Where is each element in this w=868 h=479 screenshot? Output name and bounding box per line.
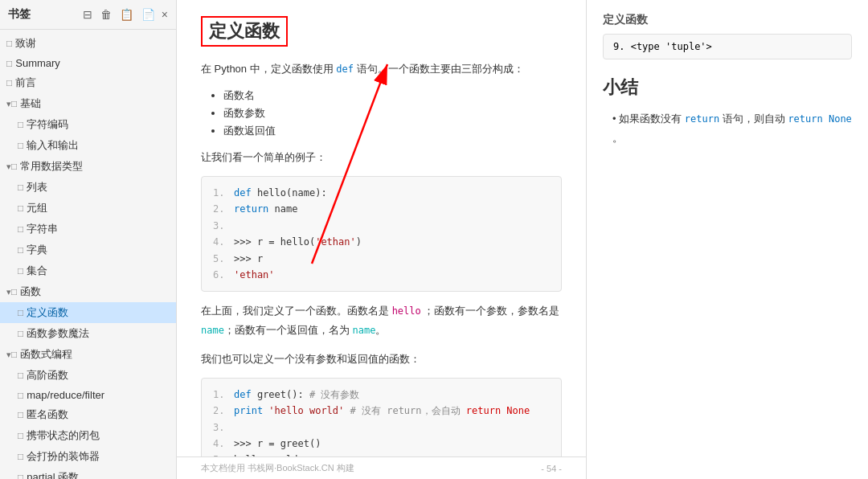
content-left: 定义函数 在 Python 中，定义函数使用 def 语句。一个函数主要由三部分… xyxy=(177,0,587,479)
sidebar-header: 书签 ⊟ 🗑 📋 📄 × xyxy=(0,0,176,30)
item-icon-liebiao: □ xyxy=(18,182,23,193)
item-icon-zifuchuan: □ xyxy=(18,223,23,235)
sidebar-item-jihe[interactable]: □ 集合 xyxy=(0,260,176,281)
item-icon-changyong: □ xyxy=(11,161,17,172)
item-icon-ninmingHanshu: □ xyxy=(18,409,23,420)
sidebar-item-label-shuru: 输入和输出 xyxy=(27,138,79,153)
sidebar-item-label-zifubianma: 字符编码 xyxy=(27,117,68,132)
sidebar-item-label-partial: partial 函数 xyxy=(27,470,79,479)
item-icon-zhixie: □ xyxy=(6,38,12,49)
right-code-line: 9. <type 'tuple'> xyxy=(613,41,712,52)
sidebar: 书签 ⊟ 🗑 📋 📄 × □ 致谢 □ Summary □ 前言▾ □ 基础 □… xyxy=(0,0,177,479)
sidebar-title: 书签 xyxy=(8,7,31,22)
summary-title: 小结 xyxy=(603,76,852,100)
sidebar-item-zidian[interactable]: □ 字典 xyxy=(0,240,176,260)
item-icon-zidian: □ xyxy=(18,244,23,256)
main-area: 定义函数 在 Python 中，定义函数使用 def 语句。一个函数主要由三部分… xyxy=(177,0,868,479)
sidebar-item-label-gaojieHanshu: 高阶函数 xyxy=(27,368,68,383)
sidebar-item-jichu[interactable]: ▾ □ 基础 xyxy=(0,93,176,114)
item-icon-hanshushiprogramming: □ xyxy=(11,349,17,360)
sidebar-item-ninmingHanshu[interactable]: □ 匿名函数 xyxy=(0,404,176,425)
sidebar-item-hanshu[interactable]: ▾ □ 函数 xyxy=(0,281,176,302)
bullet-item-3: 函数返回值 xyxy=(223,124,562,138)
sidebar-item-zifubianma[interactable]: □ 字符编码 xyxy=(0,114,176,135)
item-icon-jichu: □ xyxy=(11,98,17,109)
return-name: name xyxy=(353,325,376,336)
sidebar-item-label-liebiao: 列表 xyxy=(27,180,47,194)
sidebar-item-label-dingyihanshu: 定义函数 xyxy=(27,305,68,320)
content-right: 定义函数 9. <type 'tuple'> 小结 • 如果函数没有 retur… xyxy=(587,0,868,479)
analysis-paragraph: 在上面，我们定义了一个函数。函数名是 hello ；函数有一个参数，参数名是 n… xyxy=(201,301,562,339)
sidebar-item-summary[interactable]: □ Summary xyxy=(0,54,176,72)
sidebar-item-qianyan[interactable]: □ 前言 xyxy=(0,72,176,93)
toolbar-icon-doc[interactable]: 📄 xyxy=(140,6,157,23)
page-footer-left: 本文档使用 书栈网·BookStack.CN 构建 - 54 - xyxy=(177,456,586,479)
item-icon-qianyan: □ xyxy=(6,77,12,88)
footer-page-left: - 54 - xyxy=(541,464,562,473)
sidebar-item-partial[interactable]: □ partial 函数 xyxy=(0,467,176,479)
sidebar-item-liebiao[interactable]: □ 列表 xyxy=(0,177,176,198)
right-panel-header-title: 定义函数 xyxy=(603,13,852,27)
item-icon-partial: □ xyxy=(18,472,23,479)
sidebar-item-label-hanshushiprogramming: 函数式编程 xyxy=(20,347,72,362)
sidebar-item-zhixie[interactable]: □ 致谢 xyxy=(0,33,176,54)
sidebar-item-mapreducefilter[interactable]: □ map/reduce/filter xyxy=(0,386,176,404)
item-icon-zifubianma: □ xyxy=(18,119,23,130)
toolbar-icon-delete[interactable]: 🗑 xyxy=(99,6,113,23)
item-icon-shuru: □ xyxy=(18,140,23,151)
sidebar-item-zifuchuan[interactable]: □ 字符串 xyxy=(0,219,176,240)
item-icon-gaojieHanshu: □ xyxy=(18,370,23,381)
sidebar-toolbar: ⊟ 🗑 📋 📄 × xyxy=(81,6,168,23)
sidebar-item-label-xiedaizhuangtai: 携带状态的闭包 xyxy=(27,428,100,443)
def-keyword: def xyxy=(336,63,354,75)
sidebar-item-label-qianyan: 前言 xyxy=(15,76,36,90)
close-icon[interactable]: × xyxy=(162,8,168,21)
sidebar-item-huipinzhuangshi[interactable]: □ 会打扮的装饰器 xyxy=(0,446,176,467)
noarg-intro: 我们也可以定义一个没有参数和返回值的函数： xyxy=(201,350,562,368)
sidebar-item-dingyihanshu[interactable]: □ 定义函数 xyxy=(0,302,176,323)
item-icon-hanshucanshujingfa: □ xyxy=(18,328,23,339)
item-icon-summary: □ xyxy=(6,58,12,69)
sidebar-item-shuru[interactable]: □ 输入和输出 xyxy=(0,135,176,156)
sidebar-item-label-jihe: 集合 xyxy=(27,264,47,278)
sidebar-item-label-zifuchuan: 字符串 xyxy=(27,222,58,236)
sidebar-item-yuanzu[interactable]: □ 元组 xyxy=(0,198,176,219)
sidebar-item-label-mapreducefilter: map/reduce/filter xyxy=(27,389,104,401)
item-icon-hanshu: □ xyxy=(11,286,17,297)
return-none-kw: return None xyxy=(788,113,851,125)
item-icon-xiedaizhuangtai: □ xyxy=(18,430,23,441)
sidebar-item-label-jichu: 基础 xyxy=(20,96,41,111)
footer-text-left: 本文档使用 书栈网·BookStack.CN 构建 xyxy=(201,462,354,474)
sidebar-item-hanshucanshujingfa[interactable]: □ 函数参数魔法 xyxy=(0,323,176,344)
intro-paragraph: 在 Python 中，定义函数使用 def 语句。一个函数主要由三部分构成： xyxy=(201,59,562,79)
sidebar-item-label-ninmingHanshu: 匿名函数 xyxy=(27,407,68,422)
toolbar-icon-copy[interactable]: 📋 xyxy=(118,6,135,23)
summary-bullet: • 如果函数没有 return 语句，则自动 return None 。 xyxy=(612,109,852,147)
sidebar-item-changyong[interactable]: ▾ □ 常用数据类型 xyxy=(0,156,176,177)
sidebar-item-label-zhixie: 致谢 xyxy=(15,36,36,51)
bullet-item-2: 函数参数 xyxy=(223,106,562,121)
func-name-hello: hello xyxy=(392,305,421,317)
return-kw-1: return xyxy=(685,113,719,125)
sidebar-tree: □ 致谢 □ Summary □ 前言▾ □ 基础 □ 字符编码 □ 输入和输出… xyxy=(0,30,176,479)
item-icon-jihe: □ xyxy=(18,265,23,276)
bullet-list: 函数名 函数参数 函数返回值 xyxy=(223,88,562,138)
sidebar-item-hanshushiprogramming[interactable]: ▾ □ 函数式编程 xyxy=(0,344,176,365)
sidebar-item-label-changyong: 常用数据类型 xyxy=(20,159,83,174)
sidebar-item-label-summary: Summary xyxy=(15,57,60,69)
toolbar-icon-collapse[interactable]: ⊟ xyxy=(81,6,94,23)
sidebar-item-label-hanshucanshujingfa: 函数参数魔法 xyxy=(27,326,89,341)
sidebar-item-xiedaizhuangtai[interactable]: □ 携带状态的闭包 xyxy=(0,425,176,446)
bullet-item-1: 函数名 xyxy=(223,88,562,103)
item-icon-dingyihanshu: □ xyxy=(18,307,23,318)
example-intro: 让我们看一个简单的例子： xyxy=(201,148,562,166)
page-title: 定义函数 xyxy=(201,16,288,47)
param-name: name xyxy=(201,325,224,336)
right-code-block: 9. <type 'tuple'> xyxy=(603,34,852,59)
code-block-1: 1.def hello(name): 2. return name 3. 4.>… xyxy=(201,176,562,292)
item-icon-mapreducefilter: □ xyxy=(18,390,23,401)
item-icon-yuanzu: □ xyxy=(18,203,23,214)
sidebar-item-gaojieHanshu[interactable]: □ 高阶函数 xyxy=(0,365,176,386)
item-icon-huipinzhuangshi: □ xyxy=(18,451,23,462)
sidebar-item-label-yuanzu: 元组 xyxy=(27,201,47,215)
